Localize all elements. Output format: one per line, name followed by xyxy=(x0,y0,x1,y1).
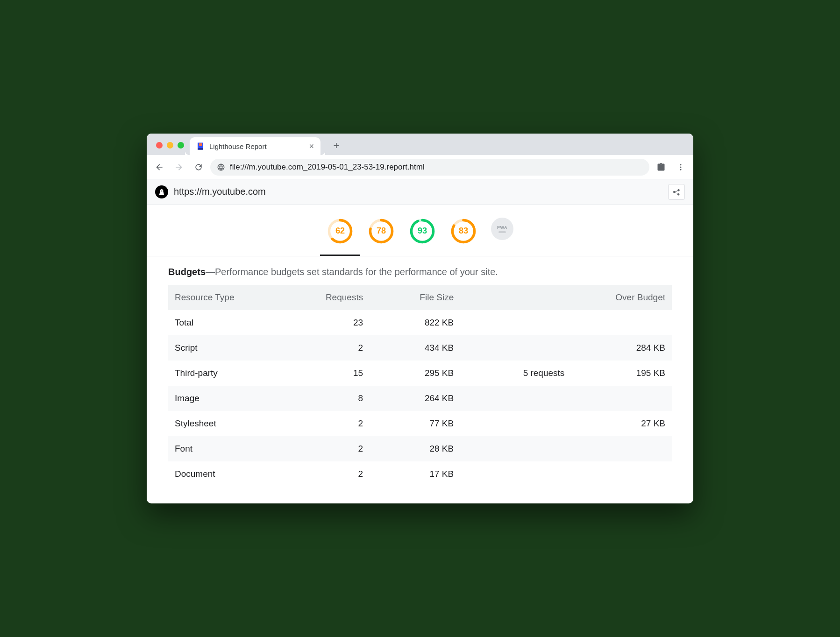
cell-size: 77 KB xyxy=(370,411,460,436)
score-gauges: 62789383PWA xyxy=(147,205,693,256)
cell-over-size xyxy=(571,386,672,411)
minimize-window-icon[interactable] xyxy=(167,142,173,149)
cell-requests: 2 xyxy=(299,436,370,461)
tab-strip: Lighthouse Report × + xyxy=(147,134,693,155)
cell-over-size: 195 KB xyxy=(571,361,672,386)
cell-over-size: 27 KB xyxy=(571,411,672,436)
cell-size: 822 KB xyxy=(370,310,460,335)
cell-type: Font xyxy=(168,436,299,461)
col-file-size: File Size xyxy=(370,285,460,310)
cell-type: Image xyxy=(168,386,299,411)
gauge-ring-icon: 62 xyxy=(327,218,354,245)
budgets-section: Budgets—Performance budgets set standard… xyxy=(147,256,693,503)
report-header: https://m.youtube.com xyxy=(147,179,693,205)
back-button[interactable] xyxy=(151,159,167,175)
score-gauge-3[interactable]: 83 xyxy=(450,218,477,245)
close-tab-icon[interactable]: × xyxy=(309,142,314,150)
address-bar[interactable]: file:///m.youtube.com_2019-05-01_23-53-1… xyxy=(210,159,649,176)
cell-over-size: 284 KB xyxy=(571,335,672,361)
cell-type: Total xyxy=(168,310,299,335)
pwa-label: PWA xyxy=(497,225,507,230)
col-requests: Requests xyxy=(299,285,370,310)
score-gauge-1[interactable]: 78 xyxy=(368,218,395,245)
reload-icon xyxy=(194,163,203,172)
window-controls xyxy=(152,142,190,155)
cell-requests: 2 xyxy=(299,461,370,487)
address-bar-text: file:///m.youtube.com_2019-05-01_23-53-1… xyxy=(230,163,425,172)
table-row: Document217 KB xyxy=(168,461,672,487)
report-site-url: https://m.youtube.com xyxy=(174,186,266,197)
forward-button[interactable] xyxy=(171,159,187,175)
col-over-budget: Over Budget xyxy=(571,285,672,310)
svg-point-3 xyxy=(680,164,682,165)
pwa-gauge[interactable]: PWA xyxy=(491,218,513,245)
pwa-badge-icon: PWA xyxy=(491,218,513,240)
clipboard-icon xyxy=(656,163,666,172)
table-row: Stylesheet277 KB27 KB xyxy=(168,411,672,436)
gauge-ring-icon: 83 xyxy=(450,218,477,245)
close-window-icon[interactable] xyxy=(156,142,163,149)
browser-tab[interactable]: Lighthouse Report × xyxy=(190,137,320,155)
col-over-budget-requests xyxy=(460,285,571,310)
table-row: Total23822 KB xyxy=(168,310,672,335)
cell-type: Script xyxy=(168,335,299,361)
cell-over-requests: 5 requests xyxy=(460,361,571,386)
arrow-right-icon xyxy=(174,163,184,172)
globe-icon xyxy=(217,163,225,171)
browser-menu-button[interactable] xyxy=(673,159,689,175)
extensions-button[interactable] xyxy=(653,159,669,175)
arrow-left-icon xyxy=(155,163,164,172)
reload-button[interactable] xyxy=(191,159,206,175)
table-row: Image8264 KB xyxy=(168,386,672,411)
cell-requests: 15 xyxy=(299,361,370,386)
maximize-window-icon[interactable] xyxy=(178,142,184,149)
svg-text:93: 93 xyxy=(418,226,427,235)
cell-size: 264 KB xyxy=(370,386,460,411)
table-row: Script2434 KB284 KB xyxy=(168,335,672,361)
svg-rect-2 xyxy=(198,149,203,150)
gauge-ring-icon: 78 xyxy=(368,218,395,245)
col-resource-type: Resource Type xyxy=(168,285,299,310)
lighthouse-logo-icon xyxy=(155,185,168,198)
cell-over-requests xyxy=(460,386,571,411)
cell-over-requests xyxy=(460,335,571,361)
table-row: Third-party15295 KB5 requests195 KB xyxy=(168,361,672,386)
svg-text:62: 62 xyxy=(335,226,345,235)
cell-over-size xyxy=(571,310,672,335)
cell-over-requests xyxy=(460,436,571,461)
cell-over-requests xyxy=(460,411,571,436)
new-tab-button[interactable]: + xyxy=(329,138,344,153)
svg-rect-1 xyxy=(199,143,202,146)
score-gauge-2[interactable]: 93 xyxy=(409,218,436,245)
share-button[interactable] xyxy=(668,184,685,200)
browser-window: Lighthouse Report × + file:///m.youtube.… xyxy=(147,134,693,503)
cell-requests: 2 xyxy=(299,411,370,436)
browser-toolbar: file:///m.youtube.com_2019-05-01_23-53-1… xyxy=(147,155,693,179)
table-header-row: Resource Type Requests File Size Over Bu… xyxy=(168,285,672,310)
cell-type: Document xyxy=(168,461,299,487)
table-row: Font228 KB xyxy=(168,436,672,461)
cell-over-size xyxy=(571,436,672,461)
cell-size: 434 KB xyxy=(370,335,460,361)
score-gauge-0[interactable]: 62 xyxy=(327,218,354,245)
svg-text:78: 78 xyxy=(377,226,386,235)
svg-text:83: 83 xyxy=(459,226,468,235)
share-icon xyxy=(672,188,681,196)
gauge-ring-icon: 93 xyxy=(409,218,436,245)
cell-size: 295 KB xyxy=(370,361,460,386)
cell-requests: 2 xyxy=(299,335,370,361)
tab-title: Lighthouse Report xyxy=(209,142,267,150)
cell-over-requests xyxy=(460,310,571,335)
section-description: Budgets—Performance budgets set standard… xyxy=(168,267,672,277)
cell-size: 17 KB xyxy=(370,461,460,487)
cell-over-size xyxy=(571,461,672,487)
svg-point-5 xyxy=(680,169,682,170)
svg-point-4 xyxy=(680,166,682,168)
lighthouse-favicon-icon xyxy=(196,142,205,150)
cell-type: Third-party xyxy=(168,361,299,386)
cell-size: 28 KB xyxy=(370,436,460,461)
budgets-table: Resource Type Requests File Size Over Bu… xyxy=(168,285,672,487)
kebab-icon xyxy=(676,163,685,171)
section-title: Budgets xyxy=(168,267,206,277)
cell-over-requests xyxy=(460,461,571,487)
